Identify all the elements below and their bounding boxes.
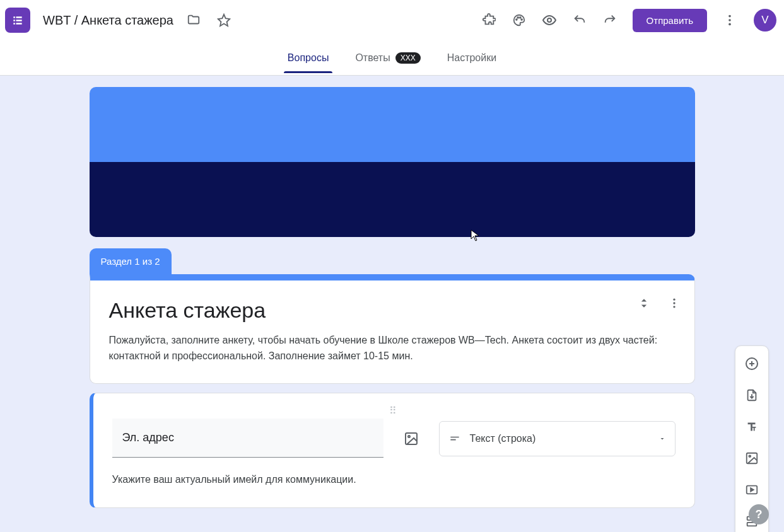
puzzle-icon <box>482 13 496 27</box>
import-questions-button[interactable] <box>740 384 763 407</box>
svg-point-10 <box>673 306 675 308</box>
add-question-button[interactable] <box>740 352 763 375</box>
folder-icon <box>187 13 201 27</box>
question-type-select[interactable]: Текст (строка) <box>439 421 676 456</box>
collapse-section-button[interactable] <box>638 297 650 309</box>
title-icon <box>745 420 759 434</box>
forms-logo[interactable] <box>5 8 30 33</box>
question-card[interactable]: ⠿ Текст (строка) Укажите ваш актуальный … <box>90 393 695 508</box>
palette-icon <box>512 13 526 27</box>
tab-responses[interactable]: Ответы XXX <box>351 43 424 72</box>
cover-bottom-stripe <box>90 162 695 237</box>
import-icon <box>745 388 759 402</box>
addons-button[interactable] <box>476 8 501 33</box>
form-canvas: Раздел 1 из 2 Анкета стажера Пожалуйста,… <box>90 87 695 508</box>
svg-point-0 <box>516 19 517 20</box>
svg-point-7 <box>728 23 731 26</box>
svg-point-2 <box>520 17 521 18</box>
account-avatar[interactable]: V <box>754 9 776 32</box>
more-vert-icon <box>723 13 737 27</box>
video-icon <box>745 483 759 497</box>
image-icon <box>404 431 419 446</box>
section-more-button[interactable] <box>668 297 681 309</box>
form-header-card[interactable]: Анкета стажера Пожалуйста, заполните анк… <box>90 274 695 384</box>
dropdown-arrow-icon <box>658 435 666 442</box>
add-image-button[interactable] <box>397 425 425 453</box>
forms-logo-icon <box>11 14 24 26</box>
preview-button[interactable] <box>537 8 562 33</box>
svg-point-8 <box>673 299 675 301</box>
question-toolbar <box>735 345 769 532</box>
undo-icon <box>573 13 587 27</box>
svg-point-15 <box>749 455 751 457</box>
tab-settings[interactable]: Настройки <box>443 43 500 72</box>
responses-count-badge: XXX <box>395 52 421 64</box>
tab-label: Настройки <box>447 52 496 64</box>
app-header: WBT / Анкета стажера Отправить V <box>0 0 784 40</box>
star-button[interactable] <box>211 8 237 33</box>
document-title[interactable]: WBT / Анкета стажера <box>40 11 176 30</box>
tabs-bar: Вопросы Ответы XXX Настройки <box>0 40 784 76</box>
redo-icon <box>603 13 617 27</box>
more-button[interactable] <box>717 8 742 33</box>
tab-questions[interactable]: Вопросы <box>284 43 333 72</box>
redo-button[interactable] <box>597 8 623 33</box>
undo-button[interactable] <box>567 8 592 33</box>
svg-point-5 <box>728 15 731 18</box>
theme-button[interactable] <box>506 8 532 33</box>
question-description[interactable]: Укажите ваш актуальный имейл для коммуни… <box>112 474 676 489</box>
question-title-input[interactable] <box>112 419 383 458</box>
question-type-label: Текст (строка) <box>470 433 650 444</box>
cover-top-stripe <box>90 87 695 162</box>
short-text-icon <box>448 432 461 445</box>
help-button[interactable]: ? <box>749 504 769 524</box>
star-icon <box>217 13 231 27</box>
cover-image[interactable] <box>90 87 695 237</box>
add-image-toolbar-button[interactable] <box>740 447 763 470</box>
svg-point-9 <box>673 302 675 304</box>
svg-point-6 <box>728 19 731 21</box>
section-indicator[interactable]: Раздел 1 из 2 <box>90 248 172 274</box>
svg-point-4 <box>547 18 551 22</box>
drag-handle[interactable]: ⠿ <box>112 405 676 415</box>
svg-point-1 <box>517 17 518 18</box>
more-vert-icon <box>668 297 681 309</box>
unfold-less-icon <box>638 297 650 309</box>
tab-label: Вопросы <box>288 52 329 64</box>
form-description[interactable]: Пожалуйста, заполните анкету, чтобы нача… <box>109 333 676 364</box>
plus-circle-icon <box>744 356 759 371</box>
move-to-folder-button[interactable] <box>181 8 206 33</box>
image-icon <box>745 451 759 465</box>
eye-icon <box>542 13 557 28</box>
form-title[interactable]: Анкета стажера <box>109 298 676 323</box>
add-title-button[interactable] <box>740 415 763 438</box>
send-button[interactable]: Отправить <box>633 9 707 32</box>
svg-point-12 <box>408 436 410 437</box>
tab-label: Ответы <box>355 52 390 64</box>
svg-point-3 <box>521 19 522 20</box>
add-video-button[interactable] <box>740 478 763 501</box>
